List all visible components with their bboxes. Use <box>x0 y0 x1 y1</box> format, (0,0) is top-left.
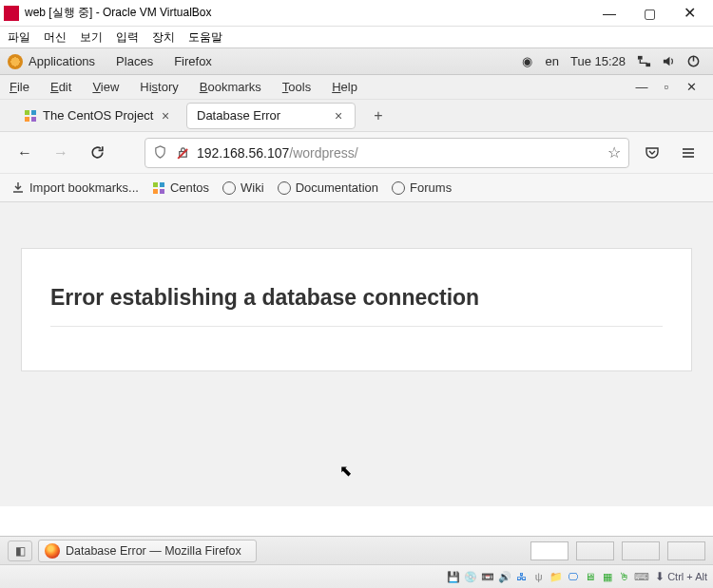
network-icon[interactable] <box>636 54 651 69</box>
firefox-toolbar: ← → 192.168.56.107/wordpress/ ☆ <box>0 132 713 174</box>
maximize-button[interactable]: ▢ <box>629 0 669 27</box>
vb-hdd-icon[interactable]: 💾 <box>446 570 460 584</box>
vb-menu-help[interactable]: 도움말 <box>188 29 222 46</box>
ff-menu-file[interactable]: File <box>10 80 29 94</box>
virtualbox-titlebar: web [실행 중] - Oracle VM VirtualBox — ▢ ✕ <box>0 0 713 27</box>
ff-close-button[interactable]: ✕ <box>679 80 703 94</box>
volume-icon[interactable] <box>661 54 676 69</box>
places-menu[interactable]: Places <box>116 54 153 68</box>
url-bar[interactable]: 192.168.56.107/wordpress/ ☆ <box>145 138 629 168</box>
hostkey-arrow-icon: ⬇ <box>655 570 665 583</box>
bookmark-forums[interactable]: Forums <box>392 180 452 195</box>
vb-display-icon[interactable]: 🖵 <box>566 570 580 584</box>
back-button[interactable]: ← <box>11 140 38 166</box>
tab-label: The CentOS Project <box>43 108 157 123</box>
gnome-taskbar: ◧ Database Error — Mozilla Firefox <box>0 536 713 564</box>
vb-net-icon[interactable]: 🖧 <box>514 570 529 584</box>
tab-close-icon[interactable]: × <box>330 108 347 123</box>
ff-menu-view[interactable]: View <box>92 80 119 94</box>
globe-icon <box>278 181 291 195</box>
gnome-panel: Applications Places Firefox ◉ en Tue 15:… <box>0 48 713 75</box>
pocket-icon[interactable] <box>639 140 665 166</box>
workspace-4[interactable] <box>667 541 705 560</box>
ff-menu-history[interactable]: History <box>140 80 178 94</box>
globe-icon <box>392 181 405 195</box>
vb-menu-machine[interactable]: 머신 <box>44 29 67 46</box>
power-icon[interactable] <box>685 54 701 69</box>
vb-cpu-icon[interactable]: ▦ <box>600 570 614 584</box>
ff-minimize-button[interactable]: — <box>629 80 654 94</box>
workspace-1[interactable] <box>530 541 568 560</box>
workspace-2[interactable] <box>576 541 614 560</box>
vb-shared-icon[interactable]: 📁 <box>549 570 563 584</box>
hostkey-indicator: ⬇Ctrl + Alt <box>655 570 707 583</box>
shield-icon[interactable] <box>151 145 168 160</box>
vb-menu-file[interactable]: 파일 <box>8 29 30 46</box>
applications-menu[interactable]: Applications <box>29 54 95 68</box>
firefox-menu[interactable]: Firefox <box>174 54 212 68</box>
firefox-menubar: File Edit View History Bookmarks Tools H… <box>0 75 713 100</box>
ff-menu-tools[interactable]: Tools <box>282 80 311 94</box>
tab-close-icon[interactable]: × <box>157 108 174 123</box>
svg-rect-13 <box>160 182 164 187</box>
task-firefox[interactable]: Database Error — Mozilla Firefox <box>38 540 257 562</box>
bookmark-centos[interactable]: Centos <box>152 180 209 195</box>
page-viewport: Error establishing a database connection <box>0 202 713 506</box>
minimize-button[interactable]: — <box>589 0 629 27</box>
firefox-icon <box>45 543 60 559</box>
new-tab-button[interactable]: + <box>365 107 392 124</box>
import-bookmarks-button[interactable]: Import bookmarks... <box>11 180 139 195</box>
tab-strip: The CentOS Project × Database Error × + <box>0 100 713 132</box>
vb-audio-icon[interactable]: 🔊 <box>497 570 511 584</box>
ff-menu-help[interactable]: Help <box>332 80 357 94</box>
virtualbox-menubar: 파일 머신 보기 입력 장치 도움말 <box>0 27 713 47</box>
svg-rect-8 <box>179 152 186 158</box>
centos-favicon-icon <box>24 109 37 123</box>
globe-icon <box>222 181 236 195</box>
vb-optical-icon[interactable]: 💿 <box>463 570 477 584</box>
vb-mouse-icon[interactable]: 🖰 <box>617 570 631 584</box>
svg-rect-5 <box>31 110 36 115</box>
bookmark-star-icon[interactable]: ☆ <box>606 143 623 161</box>
ff-menu-edit[interactable]: Edit <box>50 80 71 94</box>
centos-favicon-icon <box>152 181 165 195</box>
error-heading: Error establishing a database connection <box>50 285 663 327</box>
forward-button[interactable]: → <box>48 140 74 166</box>
app-menu-icon[interactable] <box>675 140 702 166</box>
window-title: web [실행 중] - Oracle VM VirtualBox <box>25 5 589 21</box>
vb-keyboard-icon[interactable]: ⌨ <box>634 570 648 584</box>
clock[interactable]: Tue 15:28 <box>570 54 626 68</box>
vb-menu-view[interactable]: 보기 <box>80 29 103 46</box>
svg-rect-14 <box>153 189 158 194</box>
task-label: Database Error — Mozilla Firefox <box>66 544 241 558</box>
reload-button[interactable] <box>84 140 110 166</box>
import-icon <box>11 181 25 195</box>
close-button[interactable]: ✕ <box>669 0 709 27</box>
svg-rect-7 <box>31 117 36 122</box>
bookmarks-toolbar: Import bookmarks... Centos Wiki Document… <box>0 174 713 202</box>
vb-menu-devices[interactable]: 장치 <box>152 29 175 46</box>
virtualbox-statusbar: 💾 💿 📼 🔊 🖧 ψ 📁 🖵 🖥 ▦ 🖰 ⌨ ⬇Ctrl + Alt <box>0 564 713 588</box>
vb-floppy-icon[interactable]: 📼 <box>480 570 494 584</box>
ff-menu-bookmarks[interactable]: Bookmarks <box>200 80 261 94</box>
guest-desktop: Applications Places Firefox ◉ en Tue 15:… <box>0 47 713 506</box>
vb-record-icon[interactable]: 🖥 <box>583 570 597 584</box>
vb-menu-input[interactable]: 입력 <box>116 29 139 46</box>
vb-usb-icon[interactable]: ψ <box>531 570 546 584</box>
svg-rect-0 <box>637 56 642 60</box>
tab-centos[interactable]: The CentOS Project × <box>13 103 183 129</box>
insecure-lock-icon[interactable] <box>174 145 191 160</box>
svg-rect-6 <box>25 117 29 122</box>
ff-maximize-button[interactable]: ▫ <box>654 80 679 94</box>
bookmark-documentation[interactable]: Documentation <box>278 180 378 195</box>
url-text: 192.168.56.107/wordpress/ <box>197 145 600 161</box>
workspace-3[interactable] <box>622 541 660 560</box>
notification-icon[interactable]: ◉ <box>519 54 534 69</box>
svg-rect-12 <box>153 182 158 187</box>
bookmark-wiki[interactable]: Wiki <box>222 180 264 195</box>
activities-icon[interactable] <box>8 54 23 69</box>
tab-database-error[interactable]: Database Error × <box>186 103 356 129</box>
window-list-button[interactable]: ◧ <box>8 541 32 561</box>
language-indicator[interactable]: en <box>545 54 558 68</box>
tab-label: Database Error <box>197 108 330 123</box>
